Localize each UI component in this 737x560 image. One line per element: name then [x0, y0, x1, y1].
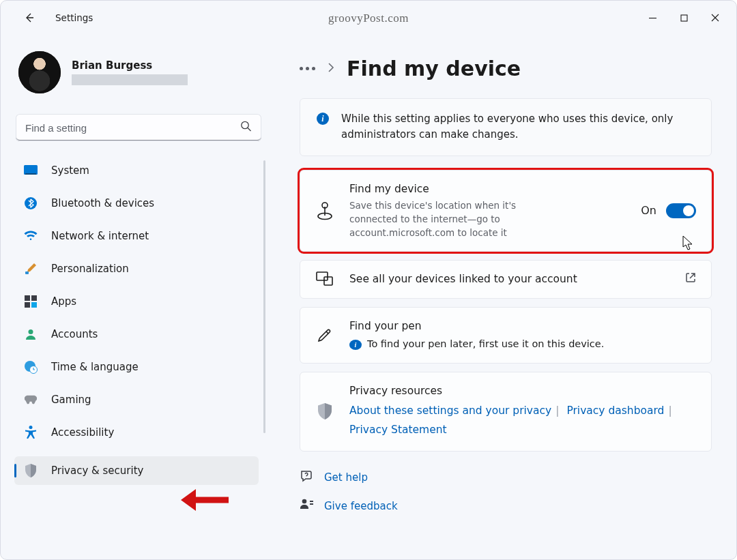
person-icon	[24, 327, 38, 341]
find-my-device-toggle[interactable]	[666, 203, 696, 218]
sidebar-item-bluetooth[interactable]: Bluetooth & devices	[14, 189, 259, 218]
account-email-redacted	[72, 74, 188, 85]
card-title: Find your pen	[349, 319, 696, 334]
privacy-statement-link[interactable]: Privacy Statement	[349, 424, 447, 436]
svg-point-2	[242, 121, 248, 128]
svg-point-14	[29, 426, 33, 429]
nav-label: Privacy & security	[51, 465, 143, 477]
nav-label: Time & language	[51, 361, 139, 373]
close-button[interactable]	[699, 8, 731, 28]
title-bar: Settings groovyPost.com	[1, 1, 736, 35]
sidebar-item-accessibility[interactable]: Accessibility	[14, 418, 259, 447]
sidebar-item-privacy[interactable]: Privacy & security	[14, 456, 259, 485]
breadcrumb: Find my device	[300, 57, 712, 80]
info-icon: i	[349, 340, 362, 350]
breadcrumb-overflow-button[interactable]	[300, 67, 315, 70]
nav-label: Network & internet	[51, 230, 149, 242]
svg-rect-0	[649, 18, 656, 18]
settings-window: Settings groovyPost.com Brian Burgess	[0, 0, 737, 560]
apps-icon	[24, 295, 38, 308]
gamepad-icon	[24, 393, 38, 407]
external-link-icon	[685, 272, 696, 286]
account-block[interactable]: Brian Burgess	[14, 46, 263, 111]
svg-rect-17	[317, 272, 328, 280]
feedback-icon	[300, 498, 313, 514]
app-title: Settings	[55, 12, 93, 23]
location-pin-icon	[315, 201, 334, 220]
sidebar-item-gaming[interactable]: Gaming	[14, 385, 259, 414]
maximize-icon	[680, 14, 688, 22]
bluetooth-icon	[24, 196, 38, 210]
toggle-state-label: On	[641, 204, 656, 217]
sidebar-item-accounts[interactable]: Accounts	[14, 320, 259, 349]
privacy-dashboard-link[interactable]: Privacy dashboard	[566, 404, 664, 417]
back-arrow-icon	[24, 12, 35, 23]
nav-label: Accounts	[51, 328, 98, 340]
card-description: To find your pen later, first use it on …	[367, 337, 604, 352]
back-button[interactable]	[17, 5, 42, 30]
minimize-icon	[649, 14, 656, 22]
info-icon: i	[317, 113, 329, 125]
search-box[interactable]	[16, 114, 261, 141]
watermark-text: groovyPost.com	[328, 12, 409, 25]
account-name: Brian Burgess	[72, 59, 188, 72]
help-section: Get help Give feedback	[300, 469, 712, 514]
shield-icon	[24, 464, 38, 477]
scrollbar[interactable]	[263, 160, 265, 433]
close-icon	[711, 14, 719, 22]
globe-clock-icon	[24, 360, 38, 374]
svg-rect-1	[681, 15, 687, 21]
find-my-device-card: Find my device Save this device's locati…	[300, 170, 712, 252]
linked-devices-card[interactable]: See all your devices linked to your acco…	[300, 260, 712, 299]
system-icon	[24, 164, 38, 177]
svg-point-19	[302, 499, 307, 503]
nav-label: System	[51, 164, 89, 177]
main-content: Find my device i While this setting appl…	[275, 35, 736, 559]
card-description: Save this device's location when it's co…	[349, 198, 554, 240]
sidebar-item-network[interactable]: Network & internet	[14, 222, 259, 250]
nav-label: Bluetooth & devices	[51, 197, 154, 209]
sidebar: Brian Burgess System	[1, 35, 275, 559]
nav-list: System Bluetooth & devices Network & int…	[14, 156, 263, 485]
window-controls	[637, 8, 731, 28]
svg-point-11	[29, 329, 33, 334]
info-banner: i While this setting applies to everyone…	[300, 98, 712, 156]
feedback-label: Give feedback	[324, 500, 398, 512]
svg-rect-9	[25, 302, 30, 308]
help-icon	[300, 469, 313, 486]
svg-rect-7	[25, 295, 30, 301]
help-label: Get help	[324, 471, 368, 484]
nav-label: Personalization	[51, 263, 129, 275]
wifi-icon	[24, 229, 38, 243]
devices-icon	[315, 271, 334, 286]
sidebar-item-apps[interactable]: Apps	[14, 287, 259, 316]
card-title: See all your devices linked to your acco…	[349, 271, 670, 287]
brush-icon	[24, 262, 38, 276]
card-title: Privacy resources	[349, 383, 696, 399]
sidebar-item-time[interactable]: Time & language	[14, 353, 259, 381]
svg-rect-18	[324, 277, 332, 285]
svg-rect-4	[25, 173, 36, 175]
annotation-arrow	[181, 488, 229, 515]
svg-rect-6	[25, 271, 29, 274]
nav-label: Accessibility	[51, 426, 114, 439]
search-icon	[240, 121, 252, 135]
privacy-links: About these settings and your privacy| P…	[349, 402, 696, 440]
search-input[interactable]	[16, 114, 261, 141]
banner-text: While this setting applies to everyone w…	[341, 111, 695, 143]
get-help-link[interactable]: Get help	[300, 469, 712, 486]
maximize-button[interactable]	[668, 8, 699, 28]
svg-rect-10	[31, 302, 37, 308]
svg-rect-8	[31, 295, 37, 301]
sidebar-item-system[interactable]: System	[14, 156, 259, 185]
accessibility-icon	[24, 426, 38, 439]
about-privacy-link[interactable]: About these settings and your privacy	[349, 404, 551, 417]
minimize-button[interactable]	[637, 8, 668, 28]
find-pen-card: Find your pen i To find your pen later, …	[300, 307, 712, 364]
pen-icon	[315, 327, 334, 343]
page-title: Find my device	[347, 57, 521, 80]
card-title: Find my device	[349, 181, 626, 197]
nav-label: Apps	[51, 295, 76, 308]
sidebar-item-personalization[interactable]: Personalization	[14, 254, 259, 283]
give-feedback-link[interactable]: Give feedback	[300, 498, 712, 514]
